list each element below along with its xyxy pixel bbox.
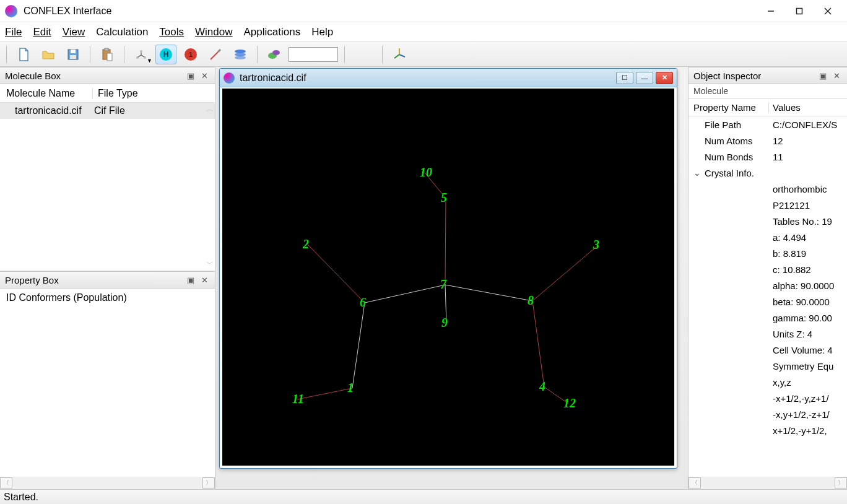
molecule-viewer[interactable]: 105237689111412 bbox=[222, 89, 674, 466]
crystal-info-row: P212121 bbox=[688, 197, 847, 213]
molecule-col-name[interactable]: Molecule Name bbox=[0, 88, 93, 99]
prop-file-path-value: C:/CONFLEX/S bbox=[769, 119, 847, 130]
property-list[interactable] bbox=[0, 307, 215, 477]
paste-button[interactable] bbox=[97, 45, 118, 64]
menu-calculation[interactable]: Calculation bbox=[96, 26, 148, 38]
prop-num-bonds-value: 11 bbox=[769, 152, 847, 162]
property-box-float-button[interactable]: ▣ bbox=[185, 274, 196, 285]
svg-point-10 bbox=[140, 50, 142, 53]
menu-applications[interactable]: Applications bbox=[244, 26, 301, 38]
molecule-box-float-button[interactable]: ▣ bbox=[185, 70, 196, 81]
atom-label-button[interactable]: 1 bbox=[180, 45, 201, 64]
molecule-col-type[interactable]: File Type bbox=[93, 88, 215, 99]
object-inspector-close-button[interactable]: ✕ bbox=[831, 70, 842, 81]
object-inspector-float-button[interactable]: ▣ bbox=[817, 70, 828, 81]
window-titlebar: CONFLEX Interface bbox=[0, 0, 847, 22]
svg-rect-1 bbox=[797, 8, 802, 14]
svg-text:1: 1 bbox=[189, 51, 193, 58]
window-maximize-button[interactable] bbox=[785, 2, 814, 20]
structure-tool-button[interactable]: ▼ bbox=[131, 45, 152, 64]
status-bar: Started. bbox=[0, 489, 847, 504]
crystal-info-row: a: 4.494 bbox=[688, 229, 847, 245]
scroll-right-icon[interactable]: 〉 bbox=[202, 477, 215, 489]
molecule-list[interactable]: tartronicacid.cif Cif File ︿ ﹀ bbox=[0, 103, 215, 271]
prop-crystal-info[interactable]: Crystal Info. bbox=[688, 165, 847, 181]
axis-3d-button[interactable] bbox=[389, 45, 410, 64]
atom-label[interactable]: 6 bbox=[360, 295, 366, 310]
inspector-col-property[interactable]: Property Name bbox=[688, 102, 769, 113]
crystal-info-row: x,y,z bbox=[688, 374, 847, 390]
molecule-row[interactable]: tartronicacid.cif Cif File bbox=[0, 103, 215, 119]
molecule-box-title: Molecule Box bbox=[5, 71, 183, 81]
crystal-info-row: Tables No.: 19 bbox=[688, 213, 847, 229]
inspector-scrollbar[interactable]: 〈 〉 bbox=[688, 477, 847, 489]
mdi-minimize-button[interactable]: — bbox=[636, 72, 653, 84]
inspector-list[interactable]: File PathC:/CONFLEX/S Num Atoms12 Num Bo… bbox=[688, 116, 847, 477]
atom-label[interactable]: 11 bbox=[292, 392, 304, 406]
atom-label[interactable]: 1 bbox=[347, 381, 354, 395]
atom-label[interactable]: 2 bbox=[303, 237, 309, 251]
menu-window[interactable]: Window bbox=[195, 26, 232, 38]
bond-line bbox=[297, 388, 352, 399]
atom-label[interactable]: 3 bbox=[593, 238, 599, 252]
mdi-maximize-button[interactable]: ☐ bbox=[616, 72, 633, 84]
scroll-down-icon[interactable]: ﹀ bbox=[206, 259, 214, 269]
render-style-button[interactable] bbox=[264, 45, 285, 64]
property-box-scrollbar[interactable]: 〈 〉 bbox=[0, 477, 215, 489]
bond-line bbox=[532, 245, 598, 301]
scroll-up-icon[interactable]: ︿ bbox=[206, 104, 214, 115]
menu-file[interactable]: File bbox=[5, 26, 22, 38]
crystal-info-row: Units Z: 4 bbox=[688, 326, 847, 342]
window-minimize-button[interactable] bbox=[757, 2, 785, 20]
atom-label[interactable]: 10 bbox=[420, 165, 432, 180]
prop-num-bonds-key: Num Bonds bbox=[688, 152, 769, 162]
svg-rect-5 bbox=[71, 50, 76, 53]
atom-label[interactable]: 8 bbox=[528, 293, 534, 308]
svg-rect-9 bbox=[107, 53, 112, 61]
menu-view[interactable]: View bbox=[63, 26, 85, 38]
atom-label[interactable]: 5 bbox=[441, 191, 447, 205]
mdi-titlebar[interactable]: tartronicacid.cif ☐ — ✕ bbox=[220, 69, 677, 87]
mdi-close-button[interactable]: ✕ bbox=[656, 72, 673, 84]
inspector-scroll-right-icon[interactable]: 〉 bbox=[835, 477, 847, 489]
molecule-box-close-button[interactable]: ✕ bbox=[199, 70, 210, 81]
property-box-close-button[interactable]: ✕ bbox=[199, 274, 210, 285]
object-inspector-title: Object Inspector bbox=[693, 71, 815, 81]
scroll-left-icon[interactable]: 〈 bbox=[0, 477, 12, 489]
svg-rect-8 bbox=[105, 48, 108, 51]
crystal-info-row: -x,y+1/2,-z+1/ bbox=[688, 406, 847, 422]
mdi-title: tartronicacid.cif bbox=[240, 72, 616, 84]
hydrogen-toggle-button[interactable]: H bbox=[155, 45, 176, 64]
bond-line bbox=[445, 285, 532, 301]
object-inspector-subtitle: Molecule bbox=[688, 84, 847, 99]
molecule-box-panel: Molecule Box ▣ ✕ Molecule Name File Type… bbox=[0, 67, 215, 271]
bond-line bbox=[352, 303, 365, 388]
open-file-button[interactable] bbox=[38, 45, 59, 64]
toolbar: ▼ H 1 bbox=[0, 42, 847, 67]
status-text: Started. bbox=[4, 492, 38, 503]
menu-edit[interactable]: Edit bbox=[33, 26, 51, 38]
menu-tools[interactable]: Tools bbox=[159, 26, 184, 38]
crystal-info-row: b: 8.819 bbox=[688, 245, 847, 261]
crystal-info-row: beta: 90.0000 bbox=[688, 293, 847, 310]
new-file-button[interactable] bbox=[13, 45, 34, 64]
property-box-panel: Property Box ▣ ✕ ID Conformers (Populati… bbox=[0, 271, 215, 489]
crystal-info-row: gamma: 90.00 bbox=[688, 310, 847, 326]
mdi-child-window[interactable]: tartronicacid.cif ☐ — ✕ 105237689111412 bbox=[219, 68, 677, 469]
inspector-scroll-left-icon[interactable]: 〈 bbox=[688, 477, 701, 489]
prop-num-atoms-value: 12 bbox=[769, 136, 847, 146]
inspector-col-values[interactable]: Values bbox=[769, 102, 847, 113]
atom-label[interactable]: 12 bbox=[563, 396, 576, 411]
menu-help[interactable]: Help bbox=[311, 26, 333, 38]
measure-tool-button[interactable] bbox=[205, 45, 226, 64]
atom-label[interactable]: 7 bbox=[440, 277, 446, 292]
molecule-row-name: tartronicacid.cif bbox=[0, 105, 93, 116]
layers-button[interactable] bbox=[230, 45, 251, 64]
window-close-button[interactable] bbox=[814, 2, 842, 20]
atom-label[interactable]: 9 bbox=[441, 316, 448, 330]
save-file-button[interactable] bbox=[63, 45, 84, 64]
crystal-info-row: alpha: 90.0000 bbox=[688, 277, 847, 293]
atom-label[interactable]: 4 bbox=[539, 380, 545, 394]
toolbar-input[interactable] bbox=[289, 47, 338, 62]
mdi-logo-icon bbox=[224, 72, 235, 84]
